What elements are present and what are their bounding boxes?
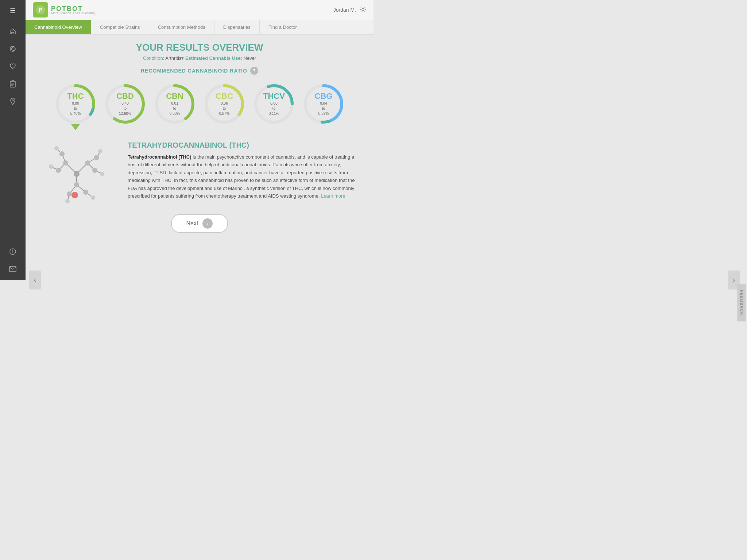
thcv-range: 0.00to0.11% — [263, 101, 285, 116]
cbg-name: CBG — [315, 92, 333, 101]
svg-point-44 — [74, 171, 80, 177]
svg-point-46 — [85, 160, 90, 166]
page-content: YOUR RESULTS OVERVIEW Condition: Arthrit… — [26, 35, 374, 280]
clipboard-icon[interactable] — [5, 77, 20, 91]
mail-icon[interactable] — [5, 262, 20, 276]
svg-point-45 — [63, 160, 68, 166]
cbn-name: CBN — [166, 92, 183, 101]
username: Jordan M. — [333, 7, 356, 13]
home-icon[interactable] — [5, 24, 20, 39]
svg-point-49 — [92, 168, 97, 173]
tab-cannabinoid-overview[interactable]: Cannabinoid Overview — [26, 20, 91, 34]
detail-text: TETRAHYDROCANNABINOL (THC) Tetrahydrocan… — [128, 141, 363, 200]
thc-range: 0.00to5.40% — [67, 101, 84, 116]
tab-compatible-strains[interactable]: Compatible Strains — [91, 20, 149, 34]
thcv-circle[interactable]: THCV 0.00to0.11% — [252, 82, 296, 126]
est-value: Never — [244, 55, 256, 61]
next-button-container: Next › — [36, 214, 363, 233]
cbd-name: CBD — [116, 92, 134, 101]
cbd-range: 0.40to12.60% — [116, 101, 134, 116]
heart-icon[interactable] — [5, 59, 20, 74]
cannabis-icon[interactable] — [5, 42, 20, 56]
svg-text:P: P — [39, 7, 42, 13]
next-button-label: Next — [186, 220, 198, 227]
cannabinoid-row: THC 0.00to5.40% CBD 0.40to12.60% — [36, 82, 363, 130]
logo: P POTBOT More Science. Less Guessing. — [33, 2, 96, 18]
svg-point-53 — [83, 190, 88, 195]
svg-rect-9 — [9, 267, 16, 272]
est-label: Estimated Cannabis Use: — [185, 55, 244, 61]
tab-dispensaries[interactable]: Dispensaries — [214, 20, 260, 34]
detail-title: TETRAHYDROCANNABINOL (THC) — [128, 141, 363, 149]
svg-point-51 — [94, 155, 99, 160]
settings-icon[interactable] — [360, 6, 366, 14]
svg-point-0 — [10, 46, 15, 51]
svg-point-55 — [100, 172, 104, 176]
svg-point-58 — [65, 199, 70, 203]
cbg-range: 0.04to0.39% — [315, 101, 333, 116]
svg-point-5 — [12, 100, 13, 101]
info-icon[interactable] — [5, 244, 20, 259]
learn-more-link[interactable]: Learn more — [321, 193, 345, 199]
header: P POTBOT More Science. Less Guessing. Jo… — [26, 0, 374, 20]
detail-description: Tetrahydrocannabinol (THC) is the main p… — [128, 153, 363, 200]
results-title: YOUR RESULTS OVERVIEW — [36, 42, 363, 53]
tabs: Cannabinoid Overview Compatible Strains … — [26, 20, 374, 35]
thc-name: THC — [67, 92, 84, 101]
svg-point-59 — [91, 195, 95, 200]
cbg-circle[interactable]: CBG 0.04to0.39% — [302, 82, 345, 126]
svg-point-47 — [74, 182, 79, 187]
svg-point-50 — [59, 151, 65, 156]
next-button[interactable]: Next › — [171, 214, 228, 233]
cbc-range: 0.06to0.87% — [216, 101, 233, 116]
help-icon[interactable]: ? — [250, 67, 258, 75]
molecule-image — [36, 141, 117, 207]
svg-point-13 — [362, 8, 364, 11]
location-icon[interactable] — [5, 94, 20, 109]
cbd-circle[interactable]: CBD 0.40to12.60% — [103, 82, 147, 126]
condition-line: Condition: Arthritis▾ Estimated Cannabis… — [36, 55, 363, 61]
app-tagline: More Science. Less Guessing. — [51, 11, 96, 15]
cbc-name: CBC — [216, 92, 233, 101]
detail-section: TETRAHYDROCANNABINOL (THC) Tetrahydrocan… — [36, 141, 363, 207]
svg-point-54 — [49, 164, 53, 169]
svg-point-57 — [98, 149, 102, 153]
sidebar: ☰ — [0, 0, 26, 280]
tab-consumption-methods[interactable]: Consumption Methods — [149, 20, 214, 34]
svg-point-43 — [71, 192, 78, 198]
svg-point-52 — [67, 191, 72, 197]
next-arrow-icon: › — [202, 218, 213, 229]
thcv-name: THCV — [263, 92, 285, 101]
thc-container: THC 0.00to5.40% — [54, 82, 97, 130]
main-content: P POTBOT More Science. Less Guessing. Jo… — [26, 0, 374, 280]
thc-circle[interactable]: THC 0.00to5.40% — [54, 82, 97, 126]
logo-icon: P — [33, 2, 48, 18]
user-area: Jordan M. — [333, 6, 366, 14]
condition-value: Arthritis▾ — [165, 55, 185, 61]
svg-point-7 — [12, 250, 13, 251]
cbc-circle[interactable]: CBC 0.06to0.87% — [202, 82, 246, 126]
detail-desc-bold: Tetrahydrocannabinol (THC) — [128, 154, 191, 160]
svg-point-56 — [54, 146, 59, 151]
detail-desc-rest: is the main psychoactive component of ca… — [128, 154, 355, 199]
menu-icon[interactable]: ☰ — [5, 4, 20, 18]
svg-point-48 — [56, 168, 61, 173]
cbn-range: 0.01to0.33% — [166, 101, 183, 116]
tab-find-doctor[interactable]: Find a Doctor — [260, 20, 306, 34]
prev-arrow[interactable]: ‹ — [29, 271, 41, 280]
cbn-circle[interactable]: CBN 0.01to0.33% — [153, 82, 197, 126]
ratio-title: RECOMMENDED CANNABINOID RATIO ? — [36, 67, 363, 75]
condition-label: Condition: — [143, 55, 165, 61]
